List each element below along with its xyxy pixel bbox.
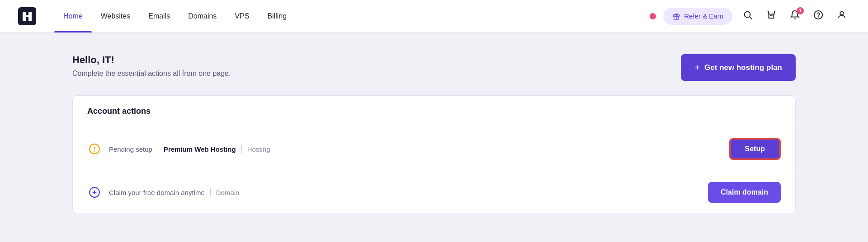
header: Home Websites Emails Domains VPS Billing… xyxy=(0,0,868,33)
user-button[interactable] xyxy=(834,8,850,24)
row-name: Premium Web Hosting xyxy=(164,145,236,153)
row-divider xyxy=(158,145,158,153)
row-status: Pending setup xyxy=(109,145,152,153)
card-title: Account actions xyxy=(73,96,795,127)
help-button[interactable] xyxy=(810,8,826,24)
gift-icon xyxy=(672,12,680,20)
svg-point-2 xyxy=(745,12,750,18)
main-content: Hello, IT! Complete the essential action… xyxy=(0,33,868,236)
greeting-section: Hello, IT! Complete the essential action… xyxy=(72,54,231,78)
user-icon xyxy=(837,10,847,22)
table-row: Pending setup Premium Web Hosting Hostin… xyxy=(73,127,795,171)
help-icon xyxy=(813,10,823,22)
notifications-button[interactable]: 1 xyxy=(787,8,803,24)
row-content: Pending setup Premium Web Hosting Hostin… xyxy=(109,145,729,153)
account-actions-card: Account actions Pending setup Premium We… xyxy=(72,95,796,214)
search-icon xyxy=(743,10,753,22)
plus-icon: + xyxy=(694,62,700,73)
subtitle: Complete the essential actions all from … xyxy=(72,70,231,78)
page-header: Hello, IT! Complete the essential action… xyxy=(72,54,796,81)
refer-earn-button[interactable]: Refer & Earn xyxy=(663,8,732,25)
nav-item-billing[interactable]: Billing xyxy=(258,0,296,33)
svg-line-3 xyxy=(750,17,752,19)
row-status-2: Claim your free domain anytime xyxy=(109,189,205,196)
nav-item-domains[interactable]: Domains xyxy=(179,0,226,33)
get-hosting-label: Get new hosting plan xyxy=(704,63,782,72)
row-type: Hosting xyxy=(247,145,270,153)
nav-item-websites[interactable]: Websites xyxy=(92,0,140,33)
store-icon xyxy=(766,10,776,22)
row-content-2: Claim your free domain anytime Domain xyxy=(109,188,708,196)
nav-item-emails[interactable]: Emails xyxy=(139,0,179,33)
status-indicator xyxy=(650,13,656,19)
nav-item-home[interactable]: Home xyxy=(54,0,92,33)
claim-domain-button[interactable]: Claim domain xyxy=(708,182,781,203)
svg-point-7 xyxy=(840,12,843,15)
notifications-badge: 1 xyxy=(797,7,804,14)
get-hosting-button[interactable]: + Get new hosting plan xyxy=(681,54,796,81)
main-nav: Home Websites Emails Domains VPS Billing xyxy=(54,0,650,33)
plus-circle-icon xyxy=(87,185,102,200)
logo[interactable] xyxy=(18,7,36,25)
row-type-2: Domain xyxy=(216,189,240,196)
refer-earn-label: Refer & Earn xyxy=(684,12,723,20)
search-button[interactable] xyxy=(740,8,756,24)
nav-item-vps[interactable]: VPS xyxy=(226,0,258,33)
header-right: Refer & Earn xyxy=(650,8,850,25)
row-divider-2 xyxy=(241,145,242,153)
setup-button[interactable]: Setup xyxy=(729,138,781,160)
row-divider-3 xyxy=(210,188,211,196)
greeting: Hello, IT! xyxy=(72,54,231,66)
warning-icon xyxy=(87,142,102,156)
store-button[interactable] xyxy=(763,8,779,24)
table-row: Claim your free domain anytime Domain Cl… xyxy=(73,171,795,214)
